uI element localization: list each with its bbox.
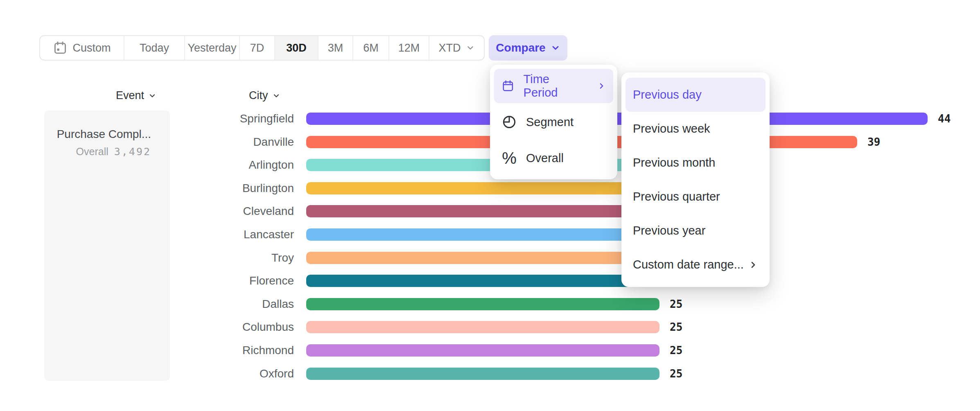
bar-label-columbus: Columbus — [171, 321, 294, 333]
compare-button[interactable]: Compare — [489, 35, 567, 61]
bar-oxford[interactable] — [306, 368, 659, 380]
toolbar-item-12m[interactable]: 12M — [389, 36, 429, 60]
bar-value-richmond: 25 — [670, 344, 682, 357]
bar-richmond[interactable] — [306, 344, 659, 357]
menu-item-previous-year[interactable]: Previous year — [625, 214, 765, 248]
toolbar-item-label: 7D — [250, 42, 264, 54]
calendar-icon — [53, 41, 68, 55]
menu-item-label: Previous year — [633, 224, 705, 237]
bar-columbus[interactable] — [306, 321, 659, 333]
city-column-label: City — [249, 89, 268, 102]
bar-label-arlington: Arlington — [171, 159, 294, 171]
bar-label-danville: Danville — [171, 136, 294, 148]
toolbar-item-today[interactable]: Today — [124, 36, 185, 60]
menu-item-overall[interactable]: %Overall — [494, 141, 613, 175]
toolbar-item-6m[interactable]: 6M — [353, 36, 389, 60]
toolbar-item-30d[interactable]: 30D — [275, 36, 318, 60]
bar-label-burlington: Burlington — [171, 182, 294, 194]
menu-item-label: Previous week — [633, 122, 710, 135]
chevron-down-icon — [148, 92, 156, 100]
analytics-screen: CustomTodayYesterday7D30D3M6M12MXTD Comp… — [0, 0, 980, 411]
bar-label-troy: Troy — [171, 252, 294, 264]
bar-label-cleveland: Cleveland — [171, 205, 294, 217]
percent-icon: % — [501, 150, 517, 166]
menu-item-label: Time Period — [524, 72, 579, 99]
menu-item-segment[interactable]: Segment — [494, 105, 613, 139]
bar-value-oxford: 25 — [670, 368, 682, 380]
bar-value-columbus: 25 — [670, 321, 682, 333]
chevron-right-icon — [597, 81, 606, 91]
bar-value-springfield: 44 — [938, 113, 951, 125]
event-overall: Overall3,492 — [44, 146, 151, 158]
bar-dallas[interactable] — [306, 298, 659, 310]
menu-item-previous-day[interactable]: Previous day — [625, 78, 765, 112]
menu-item-previous-week[interactable]: Previous week — [625, 112, 765, 146]
calendar-icon — [501, 79, 515, 93]
menu-item-time-period[interactable]: Time Period — [494, 69, 613, 103]
toolbar-item-7d[interactable]: 7D — [240, 36, 275, 60]
bar-value-dallas: 25 — [670, 298, 682, 310]
event-card[interactable]: Purchase Compl... Overall3,492 — [44, 111, 170, 381]
bar-label-oxford: Oxford — [171, 368, 294, 380]
bar-label-lancaster: Lancaster — [171, 228, 294, 241]
toolbar-item-3m[interactable]: 3M — [318, 36, 353, 60]
toolbar-item-xtd[interactable]: XTD — [429, 36, 484, 60]
event-column-label: Event — [116, 89, 144, 102]
event-name: Purchase Compl... — [44, 128, 151, 141]
toolbar-item-label: 12M — [398, 42, 420, 54]
toolbar-item-label: Yesterday — [187, 42, 236, 54]
menu-item-label: Overall — [526, 151, 564, 165]
menu-item-previous-quarter[interactable]: Previous quarter — [625, 180, 765, 214]
chevron-right-icon — [748, 260, 758, 270]
bar-florence[interactable] — [306, 275, 673, 287]
overall-label: Overall — [76, 146, 108, 157]
menu-item-label: Previous day — [633, 88, 702, 102]
toolbar-item-label: 30D — [286, 42, 307, 54]
toolbar-item-label: 3M — [328, 42, 343, 54]
menu-item-label: Custom date range... — [633, 258, 744, 271]
toolbar-item-label: 6M — [363, 42, 379, 54]
city-column-header[interactable]: City — [249, 89, 280, 102]
bar-label-springfield: Springfield — [171, 113, 294, 125]
menu-item-custom-date-range[interactable]: Custom date range... — [625, 248, 765, 282]
bar-label-richmond: Richmond — [171, 344, 294, 357]
toolbar-item-yesterday[interactable]: Yesterday — [185, 36, 240, 60]
overall-value: 3,492 — [114, 146, 151, 158]
toolbar-item-custom[interactable]: Custom — [40, 36, 124, 60]
menu-item-label: Previous quarter — [633, 190, 720, 203]
toolbar-item-label: XTD — [439, 42, 461, 54]
bar-label-dallas: Dallas — [171, 298, 294, 310]
chevron-down-icon — [551, 43, 560, 53]
time-period-submenu: Previous dayPrevious weekPrevious monthP… — [621, 72, 770, 287]
toolbar-item-label: Custom — [72, 42, 111, 54]
chevron-down-icon — [466, 43, 475, 52]
compare-label: Compare — [496, 41, 545, 54]
date-range-toolbar: CustomTodayYesterday7D30D3M6M12MXTD — [39, 35, 485, 61]
menu-item-previous-month[interactable]: Previous month — [625, 146, 765, 180]
menu-item-label: Segment — [526, 115, 574, 129]
chevron-down-icon — [272, 92, 280, 100]
segment-icon — [501, 114, 517, 130]
bar-label-florence: Florence — [171, 275, 294, 287]
compare-menu: Time Period Segment%Overall — [490, 65, 617, 179]
menu-item-label: Previous month — [633, 156, 716, 169]
bar-value-danville: 39 — [867, 136, 880, 148]
toolbar-item-label: Today — [140, 42, 169, 54]
event-column-header[interactable]: Event — [116, 89, 156, 102]
